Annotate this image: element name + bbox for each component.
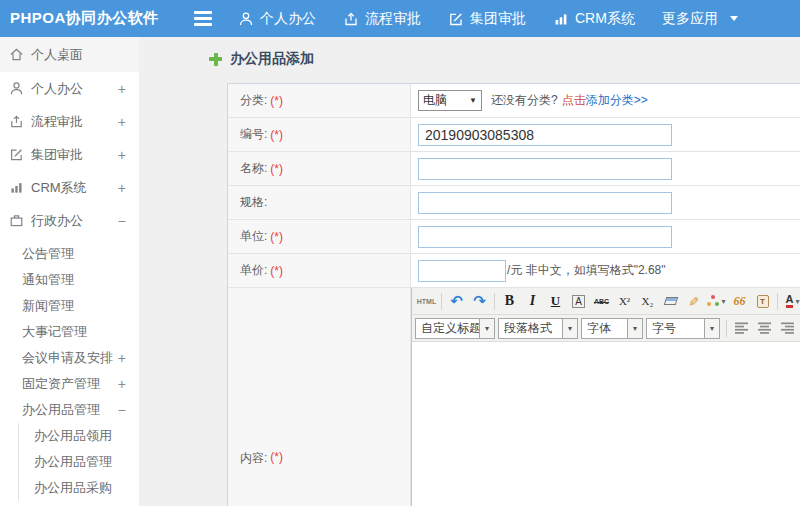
name-label: 名称: <box>240 160 267 177</box>
expand-plus-icon: + <box>118 147 126 163</box>
font-family-select[interactable]: 字体 ▾ <box>581 318 643 339</box>
align-left-icon <box>735 322 749 334</box>
top-nav: 个人办公 流程审批 集团审批 CRM系统 更多应用 <box>238 0 738 37</box>
font-style-button[interactable]: A <box>567 291 590 312</box>
caret-down-icon: ▾ <box>721 297 725 306</box>
sidebar-item-admin-office[interactable]: 行政办公 − <box>0 204 139 237</box>
unit-input[interactable] <box>418 226 672 248</box>
edit-icon <box>9 147 24 162</box>
spec-label: 规格: <box>240 194 267 211</box>
expand-plus-icon: + <box>118 81 126 97</box>
select-caret-icon: ▾ <box>562 319 577 338</box>
form-row-content: 内容: (*) HTML ↶ ↷ B I U A ABC X² X₂ <box>228 288 800 506</box>
price-input[interactable] <box>418 260 506 282</box>
undo-button[interactable]: ↶ <box>445 291 468 312</box>
expand-minus-icon: − <box>118 213 126 229</box>
paragraph-format-select[interactable]: 段落格式 ▾ <box>498 318 578 339</box>
align-right-button[interactable] <box>776 318 799 339</box>
redo-button[interactable]: ↷ <box>468 291 491 312</box>
menu-toggle-icon[interactable] <box>194 11 212 26</box>
sidebar-subitem-memorabilia[interactable]: 大事记管理 <box>0 319 139 345</box>
expand-plus-icon: + <box>118 180 126 196</box>
rich-text-editor: HTML ↶ ↷ B I U A ABC X² X₂ ✎ ▾ <box>411 288 800 506</box>
price-hint: /元 非中文，如填写格式"2.68" <box>507 262 666 279</box>
add-category-link[interactable]: 添加分类>> <box>586 92 648 109</box>
spec-input[interactable] <box>418 192 672 214</box>
sidebar-subitem-notice[interactable]: 通知管理 <box>0 267 139 293</box>
sidebar-subitem-office-supplies[interactable]: 办公用品管理 − <box>0 397 139 423</box>
nav-group-approval[interactable]: 集团审批 <box>448 10 526 28</box>
sidebar-subitem-meeting[interactable]: 会议申请及安排 + <box>0 345 139 371</box>
blockquote-button[interactable]: 66 <box>728 291 751 312</box>
required-marker: (*) <box>270 128 283 142</box>
remove-format-button[interactable] <box>659 291 682 312</box>
form-row-unit: 单位: (*) <box>228 220 800 254</box>
page-title: 办公用品添加 <box>209 50 314 68</box>
nav-more-apps[interactable]: 更多应用 <box>662 10 738 28</box>
sidebar-item-desktop[interactable]: 个人桌面 <box>0 37 139 72</box>
custom-heading-select[interactable]: 自定义标题 ▾ <box>415 318 495 339</box>
sidebar-subitem-announcement[interactable]: 公告管理 <box>0 241 139 267</box>
html-source-button[interactable]: HTML <box>415 291 438 312</box>
form-row-code: 编号: (*) <box>228 118 800 152</box>
sidebar-subsubitem-supplies-purchase[interactable]: 办公用品采购 <box>19 475 139 501</box>
strikethrough-button[interactable]: ABC <box>590 291 613 312</box>
add-category-link-prefix[interactable]: 点击 <box>562 92 586 109</box>
category-select[interactable]: 电脑 ▼ <box>418 90 482 111</box>
subscript-button[interactable]: X₂ <box>636 291 659 312</box>
app-logo: PHPOA协同办公软件 <box>10 0 159 37</box>
editor-toolbar-row1: HTML ↶ ↷ B I U A ABC X² X₂ ✎ ▾ <box>412 288 800 315</box>
form-row-spec: 规格: <box>228 186 800 220</box>
bar-chart-icon <box>553 11 569 27</box>
sidebar-item-workflow-approval[interactable]: 流程审批 + <box>0 105 139 138</box>
category-label: 分类: <box>240 92 267 109</box>
editor-toolbar-row2: 自定义标题 ▾ 段落格式 ▾ 字体 ▾ 字号 ▾ <box>412 315 800 342</box>
underline-button[interactable]: U <box>544 291 567 312</box>
caret-down-icon <box>730 16 738 21</box>
bold-button[interactable]: B <box>498 291 521 312</box>
align-left-button[interactable] <box>730 318 753 339</box>
nav-crm-system[interactable]: CRM系统 <box>553 10 635 28</box>
color-dots-icon <box>707 295 719 307</box>
expand-plus-icon: + <box>118 114 126 130</box>
admin-office-submenu: 公告管理 通知管理 新闻管理 大事记管理 会议申请及安排 + 固定资产管理 + … <box>0 241 139 501</box>
format-painter-button[interactable]: ✎ <box>683 290 704 313</box>
unit-label: 单位: <box>240 228 267 245</box>
required-marker: (*) <box>270 450 283 464</box>
flow-icon <box>343 11 359 27</box>
select-caret-icon: ▾ <box>627 319 642 338</box>
superscript-button[interactable]: X² <box>613 291 636 312</box>
add-supplies-form: 分类: (*) 电脑 ▼ 还没有分类? 点击 添加分类>> 编号: (*) 名称… <box>227 83 800 506</box>
sidebar-item-personal-office[interactable]: 个人办公 + <box>0 72 139 105</box>
sidebar-subsubitem-supplies-claim[interactable]: 办公用品领用 <box>19 423 139 449</box>
sidebar-subsubitem-supplies-manage[interactable]: 办公用品管理 <box>19 449 139 475</box>
paste-plain-button[interactable]: T <box>751 291 774 312</box>
nav-personal-office[interactable]: 个人办公 <box>238 10 316 28</box>
eraser-icon <box>663 297 678 305</box>
italic-button[interactable]: I <box>521 291 544 312</box>
form-row-name: 名称: (*) <box>228 152 800 186</box>
required-marker: (*) <box>270 94 283 108</box>
font-color-button[interactable]: A ▾ <box>781 291 800 312</box>
clipboard-icon: T <box>757 295 769 308</box>
align-center-button[interactable] <box>753 318 776 339</box>
editor-content-area[interactable] <box>412 342 800 506</box>
person-icon <box>9 81 24 96</box>
nav-workflow-approval[interactable]: 流程审批 <box>343 10 421 28</box>
sidebar-item-group-approval[interactable]: 集团审批 + <box>0 138 139 171</box>
select-caret-icon: ▼ <box>469 96 477 105</box>
edit-icon <box>448 11 464 27</box>
name-input[interactable] <box>418 158 672 180</box>
emoticons-button[interactable]: ▾ <box>705 291 728 312</box>
content-label: 内容: <box>240 450 267 467</box>
top-header: PHPOA协同办公软件 个人办公 流程审批 集团审批 CRM系统 更多应用 <box>0 0 800 37</box>
align-right-icon <box>781 322 795 334</box>
sidebar-subitem-news[interactable]: 新闻管理 <box>0 293 139 319</box>
required-marker: (*) <box>270 264 283 278</box>
font-size-select[interactable]: 字号 ▾ <box>646 318 720 339</box>
form-row-category: 分类: (*) 电脑 ▼ 还没有分类? 点击 添加分类>> <box>228 84 800 118</box>
sidebar-item-crm[interactable]: CRM系统 + <box>0 171 139 204</box>
code-input[interactable] <box>418 124 672 146</box>
bar-chart-icon <box>9 180 24 195</box>
sidebar-subitem-fixed-assets[interactable]: 固定资产管理 + <box>0 371 139 397</box>
